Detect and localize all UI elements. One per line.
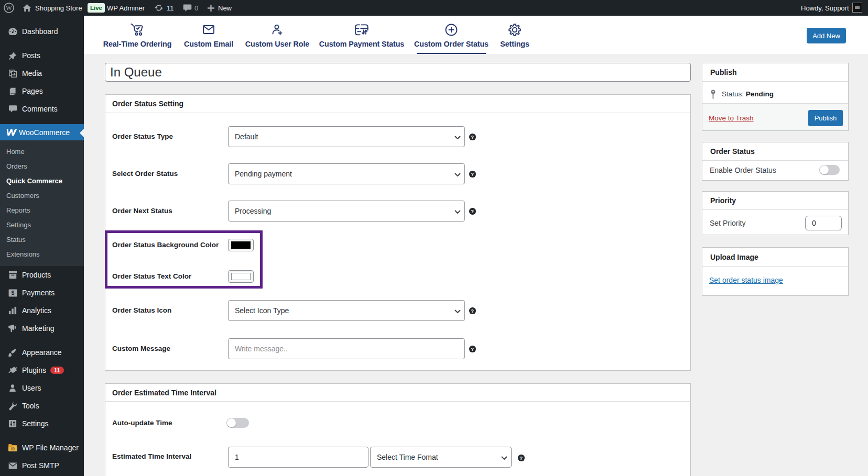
svg-text:W: W [6, 4, 12, 12]
svg-text:$: $ [11, 290, 14, 296]
svg-text:W: W [11, 447, 14, 450]
